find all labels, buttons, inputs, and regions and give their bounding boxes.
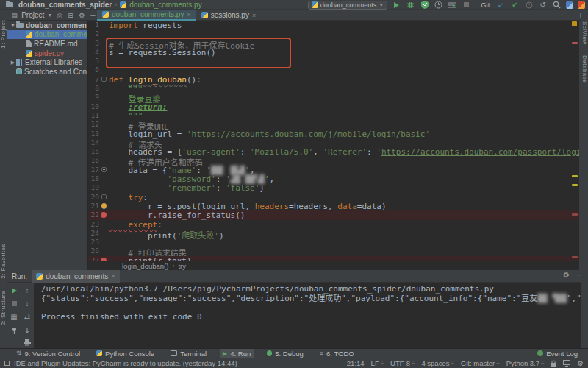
code-editor[interactable]: 1import requests23# 生成Session对象，用于保存Cook… [88,21,579,261]
gutter-icon-area[interactable] [99,202,109,210]
gutter-icon-area[interactable] [99,84,109,93]
status-widget-4-spaces[interactable]: 4 spaces÷ [421,359,453,367]
plugin-icon-blue[interactable] [566,1,573,9]
gutter-icon-area[interactable] [99,130,109,138]
hide-panel-icon[interactable]: ─ [89,12,97,19]
status-widget-utf-8[interactable]: UTF-8÷ [390,359,415,367]
fold-icon[interactable] [101,77,107,82]
run-console-output[interactable]: /usr/local/bin/python3.7 /Users/pig/Pych… [34,283,588,348]
run-button[interactable] [392,1,401,10]
screen-reader-icon[interactable] [563,360,570,367]
pin-tab-icon[interactable] [10,326,18,334]
debug-button[interactable] [406,1,415,10]
tree-item-external-libraries[interactable]: ▶External Libraries [7,57,87,67]
close-tab-icon[interactable]: × [111,272,115,280]
tool-window-button-python-console[interactable]: Python Console [93,349,157,358]
gutter-icon-area[interactable] [99,147,109,156]
locate-file-icon[interactable]: ◎ [55,12,63,19]
settings-gear-icon[interactable]: ⚙ [577,359,584,367]
chevron-down-icon[interactable]: ▼ [47,13,52,18]
stop-button[interactable] [10,300,18,308]
tree-item-readme-md[interactable]: README.md [7,39,87,49]
run-configuration-selector[interactable]: douban_comments ▼ [308,1,388,10]
gutter-icon-area[interactable] [99,156,109,165]
gutter-icon-area[interactable] [99,138,109,147]
stop-button[interactable] [462,1,471,10]
breadcrumb-try[interactable]: try [178,262,186,270]
gutter-icon-area[interactable] [99,111,109,120]
fold-icon[interactable] [101,194,107,199]
gutter-icon-area[interactable] [99,120,109,129]
tree-item-douban-comments-spider[interactable]: ▼douban_comments_spider [7,21,87,30]
collapse-all-icon[interactable]: ⊟ [66,12,74,19]
stripe-structure-button[interactable]: 2: Structure [0,291,7,325]
editor-tab-sessions-py[interactable]: sessions.py× [196,10,262,21]
gutter-icon-area[interactable] [99,210,109,219]
coverage-button[interactable] [420,1,429,10]
tool-window-button-5-debug[interactable]: 5: Debug [264,349,306,358]
breadcrumb-file[interactable]: douban_comments.py [129,1,201,9]
tree-chevron-right-icon[interactable]: ▶ [10,60,16,66]
tree-item-douban-comments-py[interactable]: douban_comments.py [7,30,87,40]
gutter-icon-area[interactable] [99,166,109,174]
editor-marker-bar[interactable] [570,21,579,261]
inspection-indicator-icon[interactable] [572,21,577,26]
tree-item-scratches-and-consoles[interactable]: Scratches and Consoles [7,67,87,77]
status-widget-21-14[interactable]: 21:14 [347,359,365,367]
stripe-favorites-button[interactable]: 2: Favorites [0,244,7,279]
breadcrumb-login-douban[interactable]: login_douban() [122,262,168,270]
close-tab-icon[interactable]: × [252,12,256,19]
git-update-icon[interactable]: ↙ [496,1,506,10]
rerun-button[interactable] [10,286,18,294]
plugin-icon-orange[interactable] [578,1,585,9]
search-everywhere-icon[interactable] [552,1,562,10]
project-panel-title[interactable]: Project [21,11,44,19]
stripe-project-button[interactable]: 1: Project [0,20,7,49]
gutter-icon-area[interactable] [99,193,109,202]
down-stack-icon[interactable]: ↓ [23,300,32,308]
gutter-icon-area[interactable] [99,102,109,111]
run-console-tab[interactable]: douban_comments × [32,270,120,283]
tool-window-button-6-todo[interactable]: 6: TODO [317,349,357,358]
run-dashboard-button[interactable] [448,1,457,10]
gutter-icon-area[interactable] [99,229,109,238]
breadcrumb-project[interactable]: douban_comments_spider [18,1,112,9]
breakpoint-icon[interactable] [101,212,107,218]
gutter-icon-area[interactable] [99,93,109,102]
fold-icon[interactable] [101,167,107,172]
restore-layout-icon[interactable]: ▦ [10,313,18,321]
settings-gear-icon[interactable]: ⚙ [78,12,86,19]
tool-window-button-4-run[interactable]: 4: Run [220,349,254,358]
close-tab-icon[interactable]: × [187,11,190,18]
status-widget-lf[interactable]: LF÷ [371,359,384,367]
gutter-icon-area[interactable] [99,183,109,192]
editor-tab-douban-comments-py[interactable]: douban_comments.py× [97,10,196,21]
up-stack-icon[interactable]: ↑ [23,286,32,294]
soft-wrap-icon[interactable]: ⇄ [23,313,32,321]
profiler-button[interactable] [434,1,443,10]
tree-item-spider-py[interactable]: spider.py [7,49,87,58]
gutter-icon-area[interactable] [99,21,109,29]
status-message[interactable]: IDE and Plugin Updates: PyCharm is ready… [14,359,237,367]
project-tree[interactable]: ▼douban_comments_spiderdouban_comments.p… [7,21,88,270]
status-widget-git-master[interactable]: Git: master÷ [461,359,500,367]
history-icon[interactable] [524,1,534,10]
gutter-icon-area[interactable] [99,75,109,84]
git-commit-icon[interactable]: ✔ [510,1,520,10]
event-log-button[interactable]: Event Log [537,350,578,358]
gutter-icon-area[interactable] [99,247,109,255]
tree-chevron-down-icon[interactable]: ▼ [10,23,16,28]
status-widget-python-3-7[interactable]: Python 3.7÷ [506,359,545,367]
intention-bulb-icon[interactable] [101,203,107,208]
settings-gear-icon[interactable]: ⚙ [563,271,570,279]
scroll-to-end-icon[interactable]: ↧ [23,326,32,334]
stripe-sciview-button[interactable]: SciView [581,21,588,45]
gutter-icon-area[interactable] [99,220,109,229]
lock-icon[interactable] [551,360,556,367]
tool-window-button-9-version-control[interactable]: 9: Version Control [13,349,83,358]
rollback-icon[interactable]: ↺ [538,1,548,10]
tool-window-button-terminal[interactable]: Terminal [168,349,209,358]
gutter-icon-area[interactable] [99,238,109,247]
print-icon[interactable] [23,339,32,346]
gutter-icon-area[interactable] [99,256,109,261]
